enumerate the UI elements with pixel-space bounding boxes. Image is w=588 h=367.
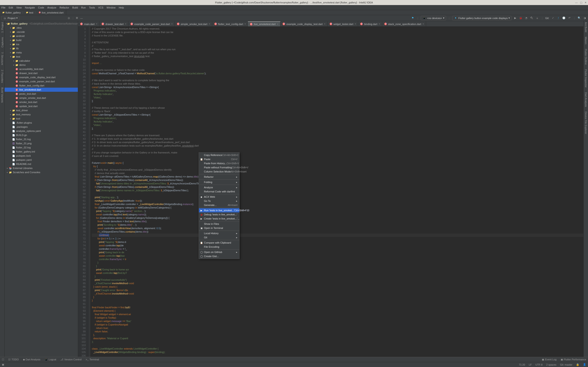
git-branch[interactable]: Git: master	[560, 363, 572, 366]
tool-ant-build[interactable]: Ant Build	[585, 22, 587, 32]
tree-pubspec-yaml[interactable]: 📄pubspec.yaml	[5, 158, 78, 162]
tree-accessibility-test-dart[interactable]: 🎯accessibility_test.dart	[5, 67, 78, 71]
tree-drawer-test-dart[interactable]: 🎯drawer_test.dart	[5, 71, 78, 75]
profile-icon[interactable]: ◔	[524, 16, 528, 20]
ctx-analyze[interactable]: Analyze▸	[199, 185, 239, 190]
tool-2-favorites[interactable]: 2: Favorites	[1, 70, 4, 83]
attach-icon[interactable]: 🔌	[530, 16, 534, 20]
menu-refactor[interactable]: Refactor	[60, 6, 69, 9]
encoding[interactable]: UTF-8	[536, 363, 543, 366]
ctx-generate-[interactable]: Generate...Alt+Insert	[199, 203, 239, 207]
menu-file[interactable]: File	[1, 6, 6, 9]
status-corner-icon[interactable]: 👤	[583, 363, 586, 366]
close-icon[interactable]: ×	[244, 23, 246, 25]
tab-example-code-parser-test-dart[interactable]: 🎯example_code_parser_test.dart×	[128, 21, 175, 26]
close-icon[interactable]: ×	[379, 23, 380, 25]
flutter-icon[interactable]: ⚑	[411, 16, 415, 20]
debug-icon[interactable]: 🐞	[519, 16, 523, 20]
ctx-create-gist-[interactable]: ◯Create Gist...	[199, 254, 239, 258]
tree-lib[interactable]: ▸📁lib	[5, 46, 78, 50]
octocat-icon[interactable]: ◑	[583, 16, 587, 20]
tree-meta[interactable]: ▸📁meta	[5, 50, 78, 55]
tool-dart-analysis[interactable]: Dart Analysis	[585, 92, 587, 107]
tree-live-smoketest-dart[interactable]: 🎯live_smoketest.dart	[5, 88, 78, 92]
minimize-panel-icon[interactable]: —	[80, 16, 83, 20]
gear-icon[interactable]: ⚙	[75, 16, 79, 20]
editor-context-menu[interactable]: Copy ReferenceCtrl+Alt+Shift+C📋PasteCtrl…	[199, 152, 240, 259]
ctx-create-tests-in-live-smoket-[interactable]: ▶Create 'tests in live_smoket...'...	[199, 217, 239, 221]
bottom-tool-dart-analysis[interactable]: ◆Dart Analysis	[23, 358, 40, 361]
ctx-column-selection-mode[interactable]: Column Selection ModeAlt+Shift+Insert	[199, 169, 239, 174]
tree-calculator[interactable]: ▸📁calculator	[5, 59, 78, 63]
ctx-acx-web[interactable]: ◆ACX Web▸	[199, 195, 239, 199]
device-selector[interactable]: 📱 <no devices> ▾	[421, 16, 446, 20]
close-icon[interactable]: ×	[277, 23, 278, 25]
run-config-selector[interactable]: ✦ Flutter gallery button example code di…	[452, 16, 512, 20]
close-icon[interactable]: ×	[209, 23, 210, 25]
run-icon[interactable]: ▶	[513, 16, 517, 20]
tree-demo[interactable]: ▸📁demo	[5, 63, 78, 67]
editor-body[interactable]: 1 2 3 4 5 6 7 8 9 10 11 22 23 24 25 26 2…	[78, 27, 583, 357]
tab-flutter-test-config-dart[interactable]: 🎯flutter_test_config.dart×	[212, 21, 248, 26]
tool-maven[interactable]: Maven	[585, 37, 587, 44]
tree-flutter-01-log[interactable]: 📄flutter_01.log	[5, 137, 78, 141]
close-icon[interactable]: ×	[355, 23, 356, 25]
tree-pubspec-lock[interactable]: 📄pubspec.lock	[5, 154, 78, 158]
tree-flutter-01-png[interactable]: 🖼flutter_01.png	[5, 141, 78, 145]
breadcrumb[interactable]: 📁 flutter_gallery 〉 📁 test 〉 🎯 live_smok…	[0, 10, 66, 15]
tree-external-libraries[interactable]: ▸📚External Libraries	[5, 166, 78, 170]
tool-build-variants[interactable]: Build Variants	[1, 87, 4, 103]
tree-example-code-parser-test-dart[interactable]: 🎯example_code_parser_test.dart	[5, 79, 78, 83]
tree-example-code-display-test-dart[interactable]: 🎯example_code_display_test.dart	[5, 75, 78, 79]
tab-example-code-display-test-dart[interactable]: 🎯example_code_display_test.dart×	[280, 21, 328, 26]
tree-ios[interactable]: ▸📁ios	[5, 42, 78, 46]
bottom-tool--[interactable]: ☐	[2, 358, 4, 361]
ctx-git[interactable]: Git▸	[199, 235, 239, 240]
git-push-icon[interactable]: ⤴	[556, 16, 560, 20]
menu-help[interactable]: Help	[119, 6, 124, 9]
git-revert-icon[interactable]: ↶	[568, 16, 571, 20]
menu-vcs[interactable]: VCS	[98, 6, 103, 9]
menu-edit[interactable]: Edit	[9, 6, 13, 9]
tree--vscode[interactable]: ▸📁.vscode	[5, 30, 78, 34]
close-icon[interactable]: ×	[171, 23, 173, 25]
caret-pos[interactable]: 71:20	[519, 363, 525, 366]
ctx-local-history[interactable]: Local History▸	[199, 231, 239, 235]
tab-stack-zone-specification-dart[interactable]: 🎯stack_zone_specification.dart×	[382, 21, 426, 26]
close-icon[interactable]: ×	[324, 23, 326, 25]
tree-analysis-options-yaml[interactable]: 📄analysis_options.yaml	[5, 129, 78, 133]
project-view-combo[interactable]: 🗂 Project ▾	[1, 16, 19, 20]
ctx-reformat-code-with-dartfmt[interactable]: Reformat Code with dartfmt	[199, 190, 239, 194]
ctx-copy-reference[interactable]: Copy ReferenceCtrl+Alt+Shift+C	[199, 153, 239, 157]
bottom-tool-flutter-performance[interactable]: ▣Flutter Performance	[561, 358, 586, 361]
bottom-tool-version-control[interactable]: ⎇Version Control	[61, 358, 82, 361]
bottom-tool-todo[interactable]: ☑TODO	[8, 358, 19, 361]
menu-navigate[interactable]: Navigate	[25, 6, 35, 9]
menu-view[interactable]: View	[16, 6, 22, 9]
tree-scratches-and-consoles[interactable]: ▸📁Scratches and Consoles	[5, 170, 78, 174]
tree-flutter-test-config-dart[interactable]: 🎯flutter_test_config.dart	[5, 83, 78, 88]
tree-android[interactable]: ▸📁android	[5, 34, 78, 38]
tree-pesto-test-dart[interactable]: 🎯pesto_test.dart	[5, 92, 78, 96]
tree-simple-smoke-test-dart[interactable]: 🎯simple_smoke_test.dart	[5, 96, 78, 100]
ctx-debug-tests-in-live-smoket-[interactable]: 🐞Debug 'tests in live_smoket...'	[199, 212, 239, 217]
tree--packages[interactable]: 📄.packages	[5, 125, 78, 129]
tree-flutter-gallery[interactable]: ▾📁flutter_gallery~/Code/github.com/DaveS…	[5, 22, 78, 26]
close-icon[interactable]: ×	[125, 23, 126, 25]
tree-build[interactable]: ▸📁build	[5, 38, 78, 42]
tree--flutter-plugins[interactable]: 📄.flutter-plugins	[5, 121, 78, 125]
tree--idea[interactable]: ▸📁.idea	[5, 26, 78, 30]
bottom-tool-logcat[interactable]: 📱Logcat	[44, 358, 56, 361]
indent[interactable]: 2 spaces	[546, 363, 556, 366]
minimize-icon[interactable]: —	[575, 1, 578, 4]
tool-flutter-outline[interactable]: Flutter Outline	[585, 49, 587, 65]
tree-readme-md[interactable]: 📄README.md	[5, 162, 78, 166]
tree-flutter-gallery-iml[interactable]: 📄flutter_gallery.iml	[5, 150, 78, 154]
ctx-open-on-github[interactable]: ◯Open on GitHub▸	[199, 250, 239, 254]
ctx-open-in-terminal[interactable]: ▣Open in Terminal	[199, 226, 239, 230]
tab-drawer-test-dart[interactable]: 🎯drawer_test.dart×	[99, 21, 128, 26]
tree-test[interactable]: ▾📁test	[5, 55, 78, 59]
git-pull-icon[interactable]: ✓	[551, 16, 555, 20]
tool-7-structure[interactable]: 7: Structure	[1, 52, 4, 65]
menu-run[interactable]: Run	[81, 6, 86, 9]
